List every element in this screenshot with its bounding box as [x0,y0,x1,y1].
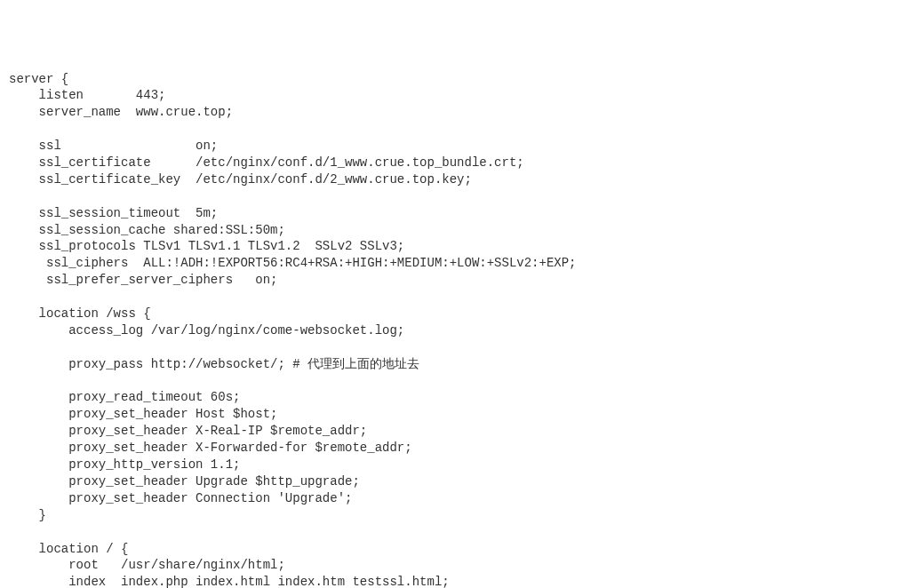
config-line: proxy_set_header Connection 'Upgrade'; [9,491,352,505]
config-line: proxy_http_version 1.1; [9,457,240,472]
config-line: ssl_session_timeout 5m; [9,206,218,220]
config-line: ssl_protocols TLSv1 TLSv1.1 TLSv1.2 SSLv… [9,239,404,253]
config-line: ssl_ciphers ALL:!ADH:!EXPORT56:RC4+RSA:+… [9,256,577,270]
config-line: } [9,508,46,522]
nginx-config-code: server { listen 443; server_name www.cru… [9,71,906,588]
config-line: proxy_set_header X-Real-IP $remote_addr; [9,424,367,438]
config-line: proxy_set_header Upgrade $http_upgrade; [9,474,360,489]
config-line: proxy_set_header Host $host; [9,407,277,421]
config-line: index index.php index.html index.htm tes… [9,575,450,588]
config-line: ssl on; [9,139,218,153]
config-line: server_name www.crue.top; [9,105,233,119]
config-line: root /usr/share/nginx/html; [9,558,285,572]
config-line: listen 443; [9,88,165,102]
config-line: access_log /var/log/nginx/come-websocket… [9,323,404,338]
config-line: proxy_pass http://websocket/; # 代理到上面的地址… [9,357,419,371]
config-line: ssl_prefer_server_ciphers on; [9,273,277,287]
config-line: ssl_certificate_key /etc/nginx/conf.d/2_… [9,172,472,187]
config-line: ssl_certificate /etc/nginx/conf.d/1_www.… [9,155,524,170]
config-line: proxy_set_header X-Forwarded-for $remote… [9,441,412,455]
config-line: server { [9,72,68,86]
config-line: proxy_read_timeout 60s; [9,390,240,404]
config-line: location /wss { [9,306,151,321]
config-line: location / { [9,542,128,556]
config-line: ssl_session_cache shared:SSL:50m; [9,223,285,237]
